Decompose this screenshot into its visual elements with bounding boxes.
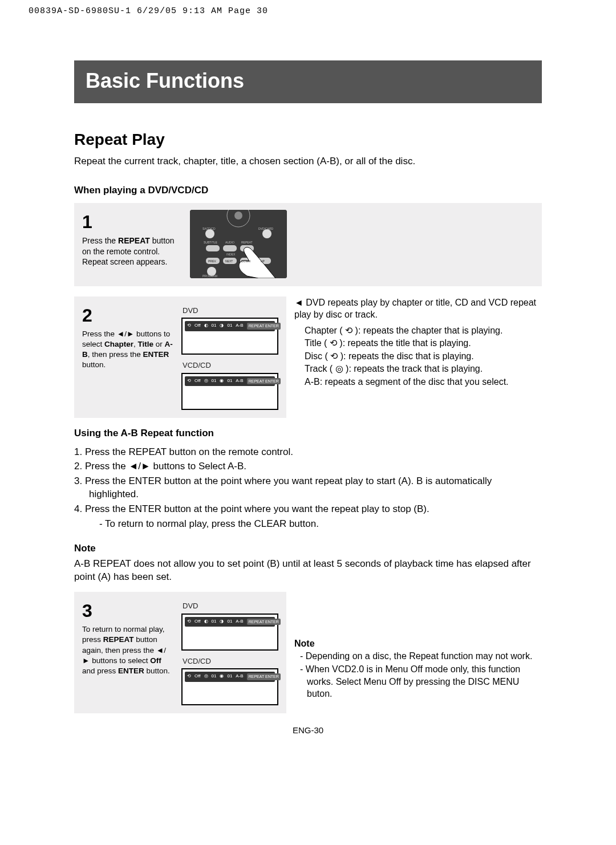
disc-icon: ◉ xyxy=(220,673,224,680)
svg-text:PROGRAM: PROGRAM xyxy=(202,274,217,278)
chapter-icon: ◐ xyxy=(204,323,208,329)
note-body-1: A-B REPEAT does not allow you to set poi… xyxy=(74,558,542,584)
section-description: Repeat the current track, chapter, title… xyxy=(74,155,542,168)
track-icon: ◎ xyxy=(204,673,208,680)
svg-text:PREV.: PREV. xyxy=(208,259,217,263)
svg-point-3 xyxy=(205,229,214,238)
step-1-box: 1 Press the REPEAT button on the remote … xyxy=(74,203,542,286)
osd-label-dvd: DVD xyxy=(183,306,278,316)
left-arrow-icon: ◄ xyxy=(294,298,303,307)
note-2-block: Note - Depending on a disc, the Repeat f… xyxy=(294,592,542,701)
ab-step: 3. Press the ENTER button at the point w… xyxy=(74,475,542,501)
svg-text:INDEX: INDEX xyxy=(226,253,236,256)
svg-text:AUDIO: AUDIO xyxy=(225,241,234,244)
osd-screen-dvd-3: ⟲ Off ◐ 01 ◑ 01 A-B REPEAT ENTER xyxy=(181,614,278,651)
osd-screen-vcd-3: ⟲ Off ◎ 01 ◉ 01 A-B REPEAT ENTER xyxy=(181,668,278,705)
step-3-row: 3 To return to normal play, press REPEAT… xyxy=(74,592,542,713)
page-number: ENG-30 xyxy=(74,725,542,736)
ab-repeat-list: 1. Press the REPEAT button on the remote… xyxy=(74,446,542,531)
disc-icon: ◉ xyxy=(220,378,224,384)
svg-text:REPEAT: REPEAT xyxy=(241,241,253,244)
svg-text:SUBTITLE: SUBTITLE xyxy=(204,241,218,244)
note2-item: - Depending on a disc, the Repeat functi… xyxy=(294,650,542,663)
explain-item: A-B: repeats a segment of the disc that … xyxy=(294,376,542,388)
osd-screen-dvd: ⟲ Off ◐ 01 ◑ 01 A-B REPEAT ENTER xyxy=(181,318,278,355)
osd-label-dvd-3: DVD xyxy=(183,601,278,611)
explain-item: Track ( ◎ ): repeats the track that is p… xyxy=(294,363,542,375)
print-slug: 00839A-SD-6980SU-1 6/29/05 9:13 AM Page … xyxy=(0,0,616,21)
step-2-text: Press the ◄/► buttons to select Chapter,… xyxy=(82,329,173,371)
svg-point-4 xyxy=(262,229,271,238)
svg-rect-0 xyxy=(190,210,287,278)
svg-rect-5 xyxy=(206,245,220,251)
repeat-icon: ⟲ xyxy=(187,378,191,384)
chapter-icon: ◐ xyxy=(204,619,208,625)
repeat-icon: ⟲ xyxy=(187,619,191,625)
left-right-arrow-icon: ◄/► xyxy=(117,330,134,338)
step-3-text: To return to normal play, press REPEAT b… xyxy=(82,624,173,676)
ab-step: 1. Press the REPEAT button on the remote… xyxy=(74,446,542,459)
step-3-number: 3 xyxy=(82,599,173,623)
repeat-icon: ⟲ xyxy=(187,323,191,329)
note2-item: - When VCD2.0 is in Menu Off mode only, … xyxy=(294,663,542,700)
note-head-1: Note xyxy=(74,542,542,555)
ab-step: 4. Press the ENTER button at the point w… xyxy=(74,503,542,516)
track-icon: ◎ xyxy=(204,378,208,384)
svg-text:DVD/CARD: DVD/CARD xyxy=(258,227,274,230)
ab-step: 2. Press the ◄/► buttons to Select A-B. xyxy=(74,460,542,473)
step-1-text: Press the REPEAT button on the remote co… xyxy=(82,235,182,268)
osd-label-vcd: VCD/CD xyxy=(183,360,278,371)
section-title: Repeat Play xyxy=(74,129,542,151)
explain-item: Title ( ⟲ ): repeats the title that is p… xyxy=(294,337,542,350)
svg-text:SACD/CD: SACD/CD xyxy=(202,227,216,230)
osd-label-vcd-3: VCD/CD xyxy=(183,656,278,667)
explain-item: Disc ( ⟲ ): repeats the disc that is pla… xyxy=(294,350,542,363)
step-1-number: 1 xyxy=(82,210,182,234)
note-head-2: Note xyxy=(294,637,542,650)
repeat-icon: ⟲ xyxy=(187,673,191,680)
step-2-row: 2 Press the ◄/► buttons to select Chapte… xyxy=(74,296,542,418)
svg-text:UP: UP xyxy=(261,259,265,263)
ab-substep: - To return to normal play, press the CL… xyxy=(74,518,542,531)
step-2-number: 2 xyxy=(82,303,173,328)
explain-block: ◄ DVD repeats play by chapter or title, … xyxy=(294,296,542,389)
svg-point-2 xyxy=(234,212,242,220)
chapter-title-bar: Basic Functions xyxy=(74,60,542,103)
subhead-playing: When playing a DVD/VCD/CD xyxy=(74,184,542,197)
remote-control-illustration: SACD/CD DVD/CARD SUBTITLE AUDIO REPEAT I… xyxy=(190,210,287,278)
svg-text:DOWN: DOWN xyxy=(241,259,250,263)
title-icon: ◑ xyxy=(220,619,224,625)
ab-repeat-head: Using the A-B Repeat function xyxy=(74,427,542,440)
explain-item: Chapter ( ⟲ ): repeats the chapter that … xyxy=(294,324,542,337)
osd-screen-vcd: ⟲ Off ◎ 01 ◉ 01 A-B REPEAT ENTER xyxy=(181,373,278,410)
svg-text:NEXT: NEXT xyxy=(225,259,233,263)
svg-rect-6 xyxy=(223,245,237,251)
title-icon: ◑ xyxy=(220,323,224,329)
